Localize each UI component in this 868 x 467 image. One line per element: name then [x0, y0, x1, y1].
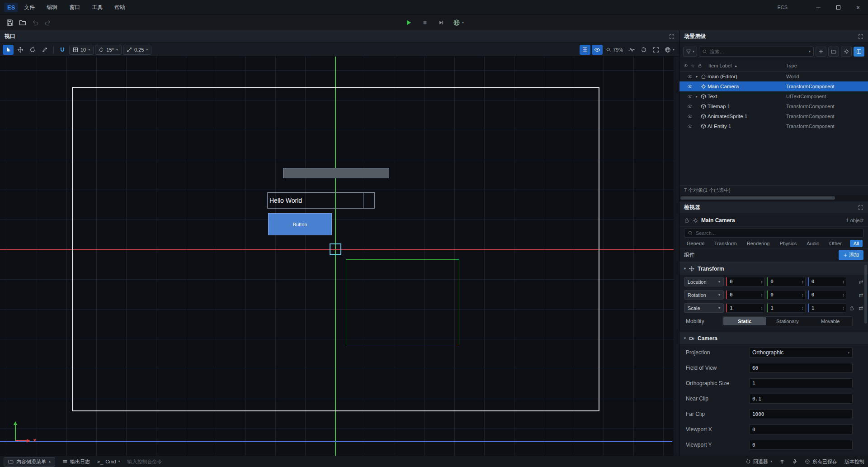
far-clip-input[interactable] — [752, 411, 849, 417]
version-control-button[interactable]: 版本控制 — [844, 458, 864, 465]
close-button[interactable]: × — [848, 0, 868, 15]
orthographic-size-field[interactable] — [749, 378, 853, 388]
tab-other[interactable]: Other — [827, 240, 844, 247]
tab-rendering[interactable]: Rendering — [745, 240, 772, 247]
scale-y-input[interactable] — [770, 305, 801, 311]
menu-edit[interactable]: 编辑 — [41, 0, 63, 15]
save-status[interactable]: 所有已保存 — [805, 458, 837, 465]
hierarchy-settings-button[interactable] — [841, 47, 852, 57]
open-folder-button[interactable] — [16, 17, 29, 29]
viewport-y-input[interactable] — [752, 442, 849, 448]
visibility-eye-icon[interactable] — [686, 104, 694, 109]
hierarchy-hscrollbar[interactable] — [679, 195, 868, 201]
projection-dropdown[interactable]: Orthographic ▾ — [749, 348, 853, 357]
spinner-icon[interactable]: ▲▼ — [802, 306, 804, 310]
uniform-scale-lock[interactable] — [849, 305, 855, 311]
output-log-button[interactable]: 输出日志 — [62, 458, 90, 465]
step-button[interactable] — [435, 17, 448, 29]
camera-section-header[interactable]: ▾ Camera — [679, 332, 868, 345]
spinner-icon[interactable]: ▲▼ — [802, 293, 804, 297]
scale-dropdown[interactable]: Scale ▾ — [684, 303, 724, 313]
hierarchy-search-input[interactable] — [710, 49, 807, 54]
column-type[interactable]: Type — [786, 63, 797, 68]
scale-y-field[interactable]: ▲▼ — [767, 303, 805, 313]
swap-axes-icon[interactable]: ⇄ — [858, 292, 864, 298]
spinner-icon[interactable]: ▲▼ — [802, 280, 804, 284]
panel-layout-toggle[interactable] — [854, 47, 864, 57]
expand-arrow-icon[interactable]: ▾ — [694, 75, 699, 79]
swap-axes-icon[interactable]: ⇄ — [858, 305, 864, 311]
panel-expand-icon[interactable] — [858, 34, 863, 39]
tilemap-bounds-rect[interactable] — [346, 259, 459, 345]
visibility-eye-icon[interactable] — [686, 74, 694, 79]
scrollbar-thumb[interactable] — [864, 265, 867, 324]
add-entity-button[interactable] — [816, 47, 826, 57]
location-z-input[interactable] — [811, 279, 842, 285]
maximize-button[interactable] — [828, 0, 848, 15]
rotation-y-input[interactable] — [770, 292, 801, 298]
visibility-toggle-button[interactable] — [592, 45, 603, 55]
viewport-scrollbar[interactable] — [674, 57, 679, 456]
field-of-view-field[interactable] — [749, 363, 853, 373]
hierarchy-search[interactable]: ▾ — [699, 47, 814, 57]
grid-toggle-button[interactable] — [580, 45, 590, 55]
tab-audio[interactable]: Audio — [805, 240, 821, 247]
undo-button[interactable] — [29, 17, 42, 29]
network-status-button[interactable] — [779, 459, 785, 464]
snap-toggle-button[interactable] — [57, 45, 68, 55]
rotation-z-input[interactable] — [811, 292, 842, 298]
scale-x-field[interactable]: ▲▼ — [726, 303, 764, 313]
spinner-icon[interactable]: ▲▼ — [842, 280, 844, 284]
visibility-eye-icon[interactable] — [686, 114, 694, 119]
rotation-x-input[interactable] — [730, 292, 760, 298]
panel-expand-icon[interactable] — [669, 34, 675, 39]
play-button[interactable] — [402, 17, 415, 29]
mobility-movable-option[interactable]: Movable — [809, 317, 852, 325]
reset-view-button[interactable] — [638, 45, 649, 55]
visibility-eye-icon[interactable] — [686, 94, 694, 99]
tab-all[interactable]: All — [850, 240, 863, 247]
rotation-snap-dropdown[interactable]: 15° ▾ — [95, 45, 122, 55]
inspector-search-input[interactable] — [696, 230, 860, 236]
rotation-y-field[interactable]: ▲▼ — [767, 290, 805, 300]
viewport-canvas[interactable]: Hello World Button × — [0, 57, 679, 456]
stats-button[interactable] — [626, 45, 637, 55]
viewport-x-field[interactable] — [749, 424, 853, 434]
world-view-dropdown[interactable]: ▾ — [663, 45, 676, 55]
move-tool-button[interactable] — [15, 45, 26, 55]
content-drawer-button[interactable]: 内容侧滑菜单 ▴ — [4, 457, 55, 467]
panel-expand-icon[interactable] — [858, 205, 863, 210]
near-clip-field[interactable] — [749, 394, 853, 404]
scale-x-input[interactable] — [730, 305, 760, 311]
filter-button[interactable]: ▾ — [683, 47, 697, 57]
expand-arrow-icon[interactable]: ▸ — [694, 95, 699, 99]
lock-icon[interactable] — [684, 218, 689, 223]
visibility-eye-icon[interactable] — [686, 84, 694, 89]
mobility-static-option[interactable]: Static — [723, 317, 766, 325]
scrollbar-thumb[interactable] — [680, 196, 835, 200]
revision-control-dropdown[interactable]: 回退器 ▾ — [745, 458, 772, 465]
near-clip-input[interactable] — [752, 396, 849, 402]
rotation-x-field[interactable]: ▲▼ — [726, 290, 764, 300]
spinner-icon[interactable]: ▲▼ — [760, 293, 763, 297]
spinner-icon[interactable]: ▲▼ — [842, 293, 844, 297]
column-item-label[interactable]: Item Label — [708, 63, 731, 68]
inspector-search[interactable] — [684, 228, 863, 238]
microphone-button[interactable] — [792, 459, 797, 464]
visibility-eye-icon[interactable] — [686, 124, 694, 129]
redo-button[interactable] — [42, 17, 54, 29]
cmd-dropdown[interactable]: >_ Cmd ▾ — [97, 459, 120, 465]
select-tool-button[interactable] — [3, 45, 14, 55]
tab-physics[interactable]: Physics — [778, 240, 798, 247]
stop-button[interactable] — [419, 17, 431, 29]
spinner-icon[interactable]: ▲▼ — [760, 306, 763, 310]
hierarchy-row-animatedsprite[interactable]: AnimatedSprite 1 TransformComponent — [679, 111, 868, 121]
far-clip-field[interactable] — [749, 409, 853, 419]
add-component-button[interactable]: 添加 — [839, 250, 863, 260]
location-dropdown[interactable]: Location ▾ — [684, 277, 724, 286]
location-y-input[interactable] — [770, 279, 801, 285]
scale-z-input[interactable] — [811, 305, 842, 311]
grid-snap-dropdown[interactable]: 10 ▾ — [69, 45, 94, 55]
swap-axes-icon[interactable]: ⇄ — [858, 279, 864, 285]
hierarchy-row-main-camera[interactable]: Main Camera TransformComponent — [679, 81, 868, 91]
